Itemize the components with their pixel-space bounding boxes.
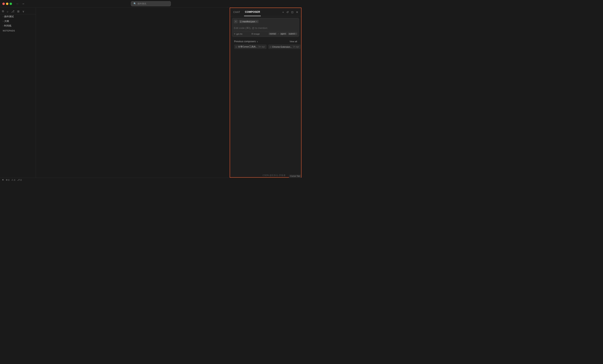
- error-count-label: 0: [8, 179, 9, 181]
- panel-tab-actions: + ↺ ⊡ ✕: [282, 10, 299, 14]
- expand-arrow-icon: ›: [3, 25, 3, 27]
- minimize-button[interactable]: [6, 3, 8, 5]
- sidebar-item-timeline[interactable]: › 时间线: [0, 23, 36, 28]
- file-icon: {}: [240, 20, 242, 23]
- error-icon: ⊗: [6, 179, 8, 181]
- model-name: gpt-4o: [236, 33, 243, 35]
- search-bar[interactable]: 🔍 插件测试: [131, 1, 171, 6]
- file-tag-manifest: {} manifest.json ×: [239, 20, 259, 23]
- expand-arrow-icon: ›: [3, 20, 3, 22]
- warning-icon: ⚠: [11, 179, 13, 181]
- composer-body: + {} manifest.json × Edit code (⌘I), @ t…: [230, 16, 301, 177]
- view-all-link[interactable]: View all: [290, 40, 297, 43]
- sidebar-item-outline[interactable]: › 大纲: [0, 19, 36, 23]
- panel-tabs: CHAT COMPOSER + ↺ ⊡ ✕: [230, 8, 301, 16]
- chevron-down-icon: ∨: [234, 33, 235, 35]
- error-count: ⊗ 0: [6, 179, 9, 181]
- back-arrow[interactable]: ←: [15, 2, 20, 6]
- composer-item-time: 1h ago: [293, 46, 299, 48]
- previous-composers-title[interactable]: Previous composers ∨: [234, 40, 258, 43]
- previous-composers-header: Previous composers ∨ View all: [234, 40, 297, 43]
- model-selector[interactable]: ∨ gpt-4o: [234, 33, 243, 35]
- statusbar: ✕ ⊗ 0 ⚠ 0 ⎇ 0 Cursor Tab: [0, 178, 302, 182]
- image-label: image: [254, 33, 260, 35]
- nav-arrows: ← →: [15, 2, 25, 6]
- file-add-tag[interactable]: +: [234, 20, 238, 23]
- expand-arrow-icon: ›: [3, 16, 3, 18]
- search-icon[interactable]: ⌕: [7, 10, 8, 13]
- search-icon: 🔍: [133, 2, 136, 5]
- search-text: 插件测试: [138, 2, 146, 5]
- notepads-section-label: NOTEPADS: [0, 28, 36, 33]
- git-icon: ⎇: [17, 179, 20, 181]
- right-panel: CHAT COMPOSER + ↺ ⊡ ✕ + {} manifest.js: [230, 8, 302, 178]
- tab-composer[interactable]: COMPOSER: [244, 8, 261, 16]
- history-button[interactable]: ↺: [286, 10, 289, 14]
- close-panel-button[interactable]: ✕: [296, 10, 299, 14]
- branch-icon[interactable]: ⎇: [11, 10, 14, 13]
- x-icon: ✕: [2, 179, 4, 181]
- cursor-tab-badge: Cursor Tab: [289, 175, 301, 178]
- main-layout: ⧉ ⌕ ⎇ ⊞ ∨ › 插件测试 › 大纲 › 时间线 NOTEPADS CHA…: [0, 8, 302, 178]
- titlebar: ← → 🔍 插件测试: [0, 0, 302, 8]
- tab-chat[interactable]: CHAT: [232, 8, 241, 16]
- normal-mode-badge[interactable]: normal: [268, 33, 277, 35]
- warning-count: ⚠ 0: [11, 179, 15, 181]
- composer-input-area[interactable]: + {} manifest.json × Edit code (⌘I), @ t…: [232, 18, 299, 37]
- composer-footer: ∨ gpt-4o ⊟ image normal / agent submit ↑: [234, 31, 297, 35]
- sidebar-item-label: 大纲: [4, 20, 9, 23]
- editor-area: [36, 8, 230, 178]
- image-button[interactable]: ⊟ image: [251, 33, 260, 35]
- statusbar-left: ✕ ⊗ 0 ⚠ 0 ⎇ 0: [2, 179, 22, 181]
- git-count-label: 0: [20, 179, 22, 181]
- maximize-button[interactable]: [10, 3, 12, 5]
- sidebar-item-label: 插件测试: [4, 15, 14, 18]
- file-close-icon[interactable]: ×: [256, 20, 257, 23]
- sidebar: ⧉ ⌕ ⎇ ⊞ ∨ › 插件测试 › 大纲 › 时间线 NOTEPADS: [0, 8, 36, 178]
- previous-composers-section: Previous composers ∨ View all □ 分享Cursor…: [232, 38, 299, 51]
- agent-mode-badge[interactable]: agent: [280, 33, 287, 35]
- composer-file-icon: □: [236, 46, 237, 48]
- chevron-down-icon[interactable]: ∨: [22, 10, 24, 13]
- add-file-icon: +: [235, 20, 236, 23]
- warning-count-label: 0: [14, 179, 15, 181]
- new-composer-button[interactable]: +: [282, 10, 284, 14]
- submit-button[interactable]: submit ↑: [288, 33, 297, 35]
- composer-item-1[interactable]: □ Chrome Extension... 1h ago: [268, 44, 301, 49]
- traffic-lights: [2, 3, 12, 5]
- composer-mode-options: normal / agent submit ↑: [268, 33, 297, 35]
- status-x: ✕: [2, 179, 4, 181]
- sidebar-item-label: 时间线: [4, 24, 11, 28]
- composer-item-time: 3m ago: [258, 46, 265, 48]
- image-icon: ⊟: [251, 33, 253, 35]
- composer-item-name: Chrome Extension...: [272, 46, 292, 48]
- chevron-down-icon: ∨: [257, 41, 258, 43]
- composer-item-0[interactable]: □ 分享Cursor工具的... 3m ago: [234, 44, 267, 49]
- composer-file-icon: □: [270, 46, 271, 48]
- layout-button[interactable]: ⊡: [291, 10, 294, 14]
- forward-arrow[interactable]: →: [21, 2, 25, 6]
- close-button[interactable]: [2, 3, 5, 5]
- sidebar-item-plugin-test[interactable]: › 插件测试: [0, 14, 36, 19]
- git-count: ⎇ 0: [17, 179, 22, 181]
- file-name-label: manifest.json: [242, 20, 255, 23]
- copy-icon[interactable]: ⧉: [2, 10, 4, 13]
- composer-list: □ 分享Cursor工具的... 3m ago □ Chrome Extensi…: [234, 44, 297, 49]
- composer-placeholder: Edit code (⌘I), @ to mention: [234, 26, 297, 30]
- extensions-icon[interactable]: ⊞: [17, 10, 20, 13]
- composer-item-name: 分享Cursor工具的...: [238, 45, 257, 48]
- sidebar-toolbar: ⧉ ⌕ ⎇ ⊞ ∨: [0, 8, 36, 14]
- previous-composers-label: Previous composers: [234, 40, 256, 43]
